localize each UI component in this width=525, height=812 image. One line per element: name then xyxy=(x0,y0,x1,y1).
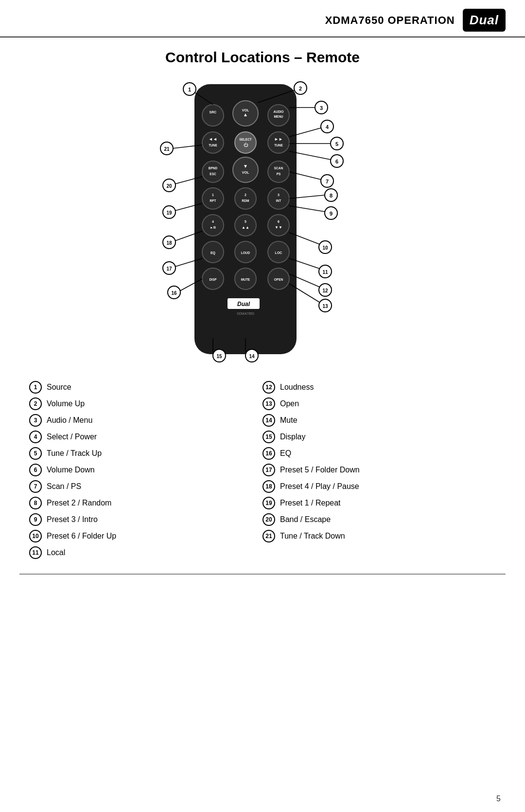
svg-text:⏻: ⏻ xyxy=(244,143,248,147)
legend-item: 5Tune / Track Up xyxy=(29,447,262,460)
legend-text: Volume Up xyxy=(47,399,85,408)
svg-text:▲▲: ▲▲ xyxy=(242,225,249,230)
legend-text: Tune / Track Down xyxy=(280,532,345,541)
svg-text:SRC: SRC xyxy=(210,110,217,114)
svg-point-18 xyxy=(202,161,224,182)
svg-text:TUNE: TUNE xyxy=(274,144,283,147)
svg-text:▲: ▲ xyxy=(243,112,248,117)
svg-text:EQ: EQ xyxy=(210,251,216,255)
model-name: XDMA7650 xyxy=(325,14,385,26)
legend-num: 4 xyxy=(29,431,42,443)
page-number: 5 xyxy=(496,794,501,803)
svg-text:17: 17 xyxy=(166,266,172,271)
page-header: XDMA7650 OPERATION Dual xyxy=(0,0,525,37)
svg-text:2: 2 xyxy=(299,86,302,91)
legend-item: 12Loudness xyxy=(262,381,496,394)
operation-label: OPERATION xyxy=(388,14,455,26)
legend-num: 13 xyxy=(262,397,275,410)
legend-text: Preset 2 / Random xyxy=(47,499,111,507)
svg-text:MUTE: MUTE xyxy=(241,278,250,281)
svg-text:19: 19 xyxy=(166,210,172,216)
svg-point-30 xyxy=(235,188,256,209)
svg-text:◄◄: ◄◄ xyxy=(209,137,217,142)
legend-item: 11Local xyxy=(29,546,262,559)
legend-text: Band / Escape xyxy=(280,515,331,524)
legend-text: Preset 6 / Folder Up xyxy=(47,532,116,541)
legend-item: 20Band / Escape xyxy=(262,513,496,526)
svg-text:6: 6 xyxy=(278,220,280,223)
brand-logo: Dual xyxy=(463,9,506,32)
svg-text:AUDIO: AUDIO xyxy=(274,110,284,113)
legend-item: 15Display xyxy=(262,431,496,443)
legend-item: 18Preset 4 / Play / Pause xyxy=(262,480,496,493)
svg-point-36 xyxy=(202,215,224,236)
legend-num: 3 xyxy=(29,414,42,427)
svg-text:6: 6 xyxy=(335,159,338,164)
legend-item: 2Volume Up xyxy=(29,397,262,410)
legend-text: Display xyxy=(280,433,305,441)
legend-num: 11 xyxy=(29,546,42,559)
remote-diagram: SRC VOL ▲ AUDIO MENU ◄◄ TUNE SELECT ⏻ ►►… xyxy=(0,74,525,381)
legend-num: 12 xyxy=(262,381,275,394)
svg-point-33 xyxy=(268,188,289,209)
legend-text: Volume Down xyxy=(47,466,95,474)
svg-text:VOL: VOL xyxy=(242,108,249,112)
legend-num: 7 xyxy=(29,480,42,493)
svg-text:MENU: MENU xyxy=(274,115,283,118)
svg-text:3: 3 xyxy=(278,193,280,197)
svg-text:11: 11 xyxy=(322,270,328,275)
legend-text: Preset 5 / Folder Down xyxy=(280,466,360,474)
legend-text: Audio / Menu xyxy=(47,416,92,425)
svg-text:SCAN: SCAN xyxy=(274,166,283,170)
svg-text:1: 1 xyxy=(212,193,214,197)
diagram-svg: SRC VOL ▲ AUDIO MENU ◄◄ TUNE SELECT ⏻ ►►… xyxy=(0,74,525,381)
svg-text:7: 7 xyxy=(326,179,329,184)
header-title: XDMA7650 OPERATION xyxy=(325,14,455,27)
legend-num: 10 xyxy=(29,530,42,542)
svg-text:TUNE: TUNE xyxy=(209,144,217,147)
legend-num: 20 xyxy=(262,513,275,526)
svg-text:DISP: DISP xyxy=(209,278,217,281)
svg-text:1: 1 xyxy=(188,87,191,92)
svg-point-1 xyxy=(202,105,224,126)
legend-item: 1Source xyxy=(29,381,262,394)
svg-text:8: 8 xyxy=(330,193,332,198)
legend-text: EQ xyxy=(280,449,291,458)
legend-section: 1Source2Volume Up3Audio / Menu4Select / … xyxy=(0,381,525,559)
legend-text: Tune / Track Up xyxy=(47,449,102,458)
legend-item: 13Open xyxy=(262,397,496,410)
svg-text:OPEN: OPEN xyxy=(274,278,283,281)
svg-point-9 xyxy=(202,132,224,153)
svg-text:XDMA7650: XDMA7650 xyxy=(237,312,254,315)
svg-text:▼▼: ▼▼ xyxy=(275,225,282,230)
legend-text: Preset 3 / Intro xyxy=(47,515,98,524)
legend-text: Preset 4 / Play / Pause xyxy=(280,482,359,491)
legend-item: 10Preset 6 / Folder Up xyxy=(29,530,262,542)
legend-right-col: 12Loudness13Open14Mute15Display16EQ17Pre… xyxy=(262,381,496,559)
svg-text:RDM: RDM xyxy=(242,199,249,202)
legend-item: 6Volume Down xyxy=(29,464,262,476)
svg-text:SELECT: SELECT xyxy=(239,138,252,141)
legend-text: Scan / PS xyxy=(47,482,81,491)
legend-num: 5 xyxy=(29,447,42,460)
legend-left-col: 1Source2Volume Up3Audio / Menu4Select / … xyxy=(29,381,262,559)
svg-point-27 xyxy=(202,188,224,209)
legend-num: 15 xyxy=(262,431,275,443)
svg-text:►/II: ►/II xyxy=(210,226,216,229)
svg-text:Dual: Dual xyxy=(237,301,250,307)
legend-item: 19Preset 1 / Repeat xyxy=(262,497,496,509)
svg-text:13: 13 xyxy=(322,304,328,309)
legend-item: 4Select / Power xyxy=(29,431,262,443)
legend-num: 6 xyxy=(29,464,42,476)
legend-num: 19 xyxy=(262,497,275,509)
svg-text:3: 3 xyxy=(320,105,323,111)
svg-text:VOL: VOL xyxy=(242,171,249,174)
legend-item: 16EQ xyxy=(262,447,496,460)
svg-text:▼: ▼ xyxy=(243,163,248,169)
legend-num: 8 xyxy=(29,497,42,509)
legend-item: 7Scan / PS xyxy=(29,480,262,493)
svg-text:9: 9 xyxy=(330,211,332,217)
legend-item: 9Preset 3 / Intro xyxy=(29,513,262,526)
legend-num: 2 xyxy=(29,397,42,410)
legend-item: 21Tune / Track Down xyxy=(262,530,496,542)
